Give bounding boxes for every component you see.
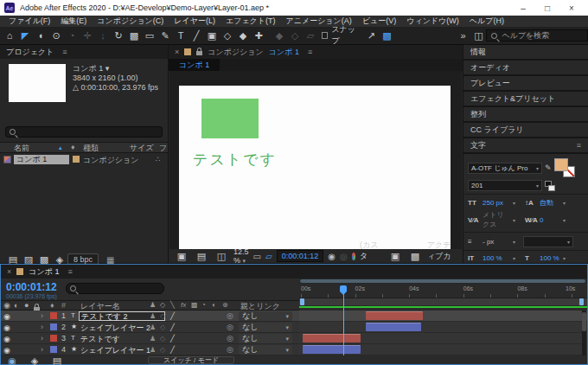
motion-blur-enable-icon[interactable]: ◈ <box>27 352 42 365</box>
menu-help[interactable]: ヘルプ(H) <box>464 16 509 27</box>
switch-mode-button[interactable]: スイッチ / モード <box>148 356 234 364</box>
panel-5[interactable]: CC ライブラリ <box>463 123 588 137</box>
lock-icon[interactable] <box>196 51 202 55</box>
panel-menu-icon[interactable]: ≡ <box>577 141 581 150</box>
layer-label-swatch[interactable] <box>50 323 57 330</box>
font-style-select[interactable]: 201▾ <box>468 180 542 191</box>
parent-select[interactable]: なし▾ <box>239 345 292 355</box>
stroke-style-select[interactable]: ▾ <box>523 236 573 247</box>
layer-duration-bar[interactable] <box>366 311 423 320</box>
label-color-swatch[interactable] <box>73 156 80 163</box>
panel-character-header[interactable]: 文字≡ <box>463 138 588 152</box>
puppet-tool-icon[interactable]: ✚ <box>251 27 266 44</box>
project-item-name[interactable]: コンポ 1 <box>14 155 69 164</box>
shy-switch[interactable]: ♟ <box>150 335 156 343</box>
snap-toggle[interactable]: スナップ <box>322 24 360 47</box>
magnification-select[interactable]: 12.5 % ▾ <box>233 247 249 265</box>
layer-label-swatch[interactable] <box>50 335 57 342</box>
shape-layer-rectangle[interactable] <box>201 99 259 138</box>
eye-icon[interactable]: ◉ <box>3 323 11 330</box>
home-icon[interactable]: ⌂ <box>2 27 17 44</box>
show-snapshot-icon[interactable]: ◎ <box>340 252 348 261</box>
quality-switch[interactable]: ╱ <box>170 312 175 320</box>
project-search-input[interactable] <box>5 126 163 138</box>
panel-menu-icon[interactable]: ≡ <box>67 267 72 276</box>
tracking-value[interactable]: 0 <box>540 216 560 224</box>
snap-checkbox[interactable] <box>322 32 328 39</box>
pickwhip-icon[interactable]: ◎ <box>227 311 233 320</box>
leading-value[interactable]: 自動 <box>540 198 560 208</box>
active-comp-name[interactable]: コンポ 1 <box>269 47 299 58</box>
tab-comp-1[interactable]: コンポ 1 <box>169 59 220 71</box>
brush-tool-icon[interactable]: ╱ <box>189 27 204 44</box>
shape-tool-icon[interactable]: ▭ <box>142 27 157 44</box>
comp-name[interactable]: コンポ 1 ▾ <box>73 64 158 74</box>
menu-composition[interactable]: コンポジション(C) <box>92 16 169 27</box>
orbit-camera-tool-icon[interactable]: ◔ <box>64 27 80 44</box>
expander-icon[interactable]: › <box>41 323 43 331</box>
layer-row-3[interactable]: ◉›3Tテストです♟◇╱◎なし▾ <box>1 333 299 344</box>
mask-outline-icon[interactable]: ▱ <box>265 252 272 261</box>
menu-effect[interactable]: エフェクト(T) <box>220 16 281 27</box>
snapshot-icon[interactable]: ◉ <box>328 252 336 261</box>
parent-select[interactable]: なし▾ <box>239 311 292 321</box>
shy-switch[interactable]: ♟ <box>150 323 156 331</box>
quality-switch[interactable]: ╱ <box>170 335 175 343</box>
column-size[interactable]: サイズ <box>130 143 154 154</box>
workspace-icon[interactable]: ◫ <box>470 27 486 44</box>
parent-select[interactable]: なし▾ <box>239 334 292 343</box>
bw-swatches[interactable] <box>545 181 555 191</box>
expander-icon[interactable]: › <box>41 311 43 320</box>
panel-1[interactable]: オーディオ <box>463 61 588 74</box>
eye-icon[interactable]: ◉ <box>3 311 11 319</box>
mask-transform-icon-icon[interactable]: ▩ <box>379 27 394 44</box>
shear-icon-icon[interactable]: ↗ <box>363 27 379 44</box>
horizontal-scale-value[interactable]: 100 % <box>540 254 560 262</box>
column-name[interactable]: 名前 <box>14 143 29 154</box>
timeline-search-input[interactable] <box>66 283 164 294</box>
frame-blend-enable-icon[interactable]: ◉ <box>4 352 20 365</box>
maximize-button[interactable]: □ <box>535 3 559 13</box>
comp-canvas[interactable]: テストです <box>179 86 451 252</box>
help-search-input[interactable]: ヘルプを検索 <box>486 29 588 42</box>
playhead-handle[interactable] <box>340 285 347 291</box>
quality-switch[interactable]: ╱ <box>170 323 175 331</box>
label-column-icon[interactable]: ♦ <box>71 143 75 151</box>
kerning-value[interactable]: メトリクス <box>483 210 510 229</box>
rotobrush-tool-icon[interactable]: ◆ <box>235 27 251 44</box>
trash-icon[interactable]: ▦ <box>106 255 114 265</box>
collapse-switch[interactable]: ◇ <box>160 323 165 331</box>
font-family-select[interactable]: A-OTF じゅん Pro▾ <box>468 163 542 174</box>
layer-duration-bar[interactable] <box>366 323 421 331</box>
collapse-switch[interactable]: ◇ <box>160 346 165 354</box>
selection-tool-icon[interactable]: ◤ <box>17 27 33 44</box>
tab-project[interactable]: プロジェクト <box>6 47 54 58</box>
layer-name[interactable]: シェイプレイヤー 1 <box>80 345 150 356</box>
tab-timeline-comp[interactable]: コンポ 1 <box>29 266 59 278</box>
eraser-tool-icon[interactable]: ◇ <box>220 27 235 44</box>
dolly-camera-tool-icon[interactable]: ↓ <box>95 27 111 44</box>
menu-edit[interactable]: 編集(E) <box>55 16 92 27</box>
work-area-end-handle[interactable] <box>579 298 584 305</box>
axis-mode-view-icon[interactable]: ▱ <box>303 27 318 44</box>
mask-visibility-icon[interactable]: ◫ <box>214 247 229 265</box>
close-button[interactable]: × <box>559 3 584 13</box>
shy-switch[interactable]: ♟ <box>150 346 156 354</box>
panel-0[interactable]: 情報 <box>463 45 588 59</box>
layer-duration-bar[interactable] <box>303 334 361 343</box>
sort-arrow-icon[interactable]: ▴ <box>59 144 62 151</box>
monitor-icon[interactable]: ▤ <box>194 247 209 265</box>
parent-select[interactable]: なし▾ <box>239 323 292 332</box>
roi-icon[interactable]: ▭ <box>253 252 261 261</box>
column-file[interactable]: フ <box>159 143 167 154</box>
shy-switch[interactable]: ♟ <box>150 312 156 320</box>
rotate-tool-icon[interactable]: ↻ <box>111 27 126 44</box>
menu-layer[interactable]: レイヤー(L) <box>169 16 220 27</box>
timeline-vertical-scrollbar[interactable] <box>582 311 586 355</box>
quality-switch[interactable]: ╱ <box>170 346 175 354</box>
stamp-tool-icon[interactable]: ▣ <box>204 27 220 44</box>
panel-menu-icon[interactable]: ≡ <box>308 48 312 56</box>
panel-close-icon[interactable]: × <box>175 48 179 56</box>
panel-4[interactable]: 整列 <box>463 107 588 121</box>
text-layer[interactable]: テストです <box>193 150 277 170</box>
